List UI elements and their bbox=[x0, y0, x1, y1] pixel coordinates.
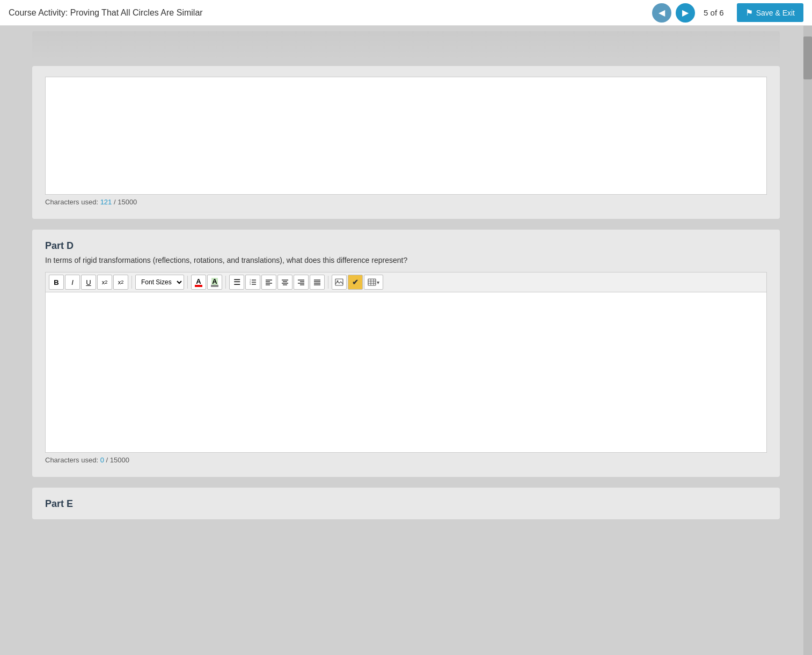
part-d-editor[interactable] bbox=[45, 292, 767, 453]
align-justify-button[interactable] bbox=[310, 275, 325, 290]
separator-2 bbox=[187, 276, 188, 289]
font-color-button[interactable]: A bbox=[191, 275, 206, 290]
previous-section-fade bbox=[32, 31, 780, 61]
prev-button[interactable]: ◀ bbox=[652, 3, 671, 23]
scrollbar[interactable] bbox=[803, 26, 812, 655]
superscript-button[interactable]: x2 bbox=[97, 275, 112, 290]
checkmark-button[interactable]: ✔ bbox=[348, 275, 363, 290]
chars-used-d-count: 0 bbox=[100, 456, 104, 464]
part-d-title: Part D bbox=[45, 240, 767, 252]
font-color-indicator bbox=[195, 285, 202, 287]
font-size-select[interactable]: Font Sizes 8pt 10pt 12pt 14pt 18pt 24pt bbox=[135, 275, 184, 290]
page-total: 6 bbox=[719, 8, 723, 17]
bold-button[interactable]: B bbox=[49, 275, 64, 290]
chars-used-top-count: 121 bbox=[100, 198, 112, 206]
align-left-button[interactable] bbox=[261, 275, 276, 290]
align-right-button[interactable] bbox=[294, 275, 309, 290]
separator-1 bbox=[131, 276, 132, 289]
font-color-label: A bbox=[196, 278, 201, 285]
bg-color-label: A bbox=[211, 278, 217, 285]
svg-rect-24 bbox=[368, 279, 376, 285]
italic-button[interactable]: I bbox=[65, 275, 80, 290]
scrollbar-thumb[interactable] bbox=[803, 36, 812, 79]
insert-image-button[interactable] bbox=[332, 275, 347, 290]
chars-used-d: Characters used: 0 / 15000 bbox=[45, 456, 767, 464]
bg-color-indicator bbox=[211, 285, 218, 287]
previous-part-card: Characters used: 121 / 15000 bbox=[32, 66, 780, 219]
bullet-list-button[interactable]: ☰ bbox=[229, 275, 244, 290]
part-d-question: In terms of rigid transformations (refle… bbox=[45, 256, 767, 264]
header: Course Activity: Proving That All Circle… bbox=[0, 0, 812, 26]
navigation: ◀ ▶ 5 of 6 ⚑ Save & Exit bbox=[652, 3, 803, 23]
part-e-title: Part E bbox=[45, 498, 767, 510]
insert-table-button[interactable]: ▾ bbox=[364, 275, 383, 290]
numbered-list-button[interactable]: 123 bbox=[245, 275, 260, 290]
flag-icon: ⚑ bbox=[745, 8, 753, 18]
bg-color-button[interactable]: A bbox=[207, 275, 222, 290]
previous-part-textarea[interactable] bbox=[45, 77, 767, 195]
chars-used-top-max: 15000 bbox=[118, 198, 137, 206]
svg-text:3: 3 bbox=[250, 283, 251, 285]
separator-4 bbox=[328, 276, 328, 289]
svg-rect-22 bbox=[335, 279, 343, 285]
page-title: Course Activity: Proving That All Circle… bbox=[9, 8, 652, 18]
chars-used-d-max: 15000 bbox=[110, 456, 129, 464]
part-e-card: Part E bbox=[32, 488, 780, 519]
underline-button[interactable]: U bbox=[81, 275, 96, 290]
align-center-button[interactable] bbox=[277, 275, 292, 290]
chars-used-d-label: Characters used: bbox=[45, 456, 98, 464]
chars-used-top: Characters used: 121 / 15000 bbox=[45, 198, 767, 206]
editor-toolbar: B I U x2 x2 Font Sizes 8pt 10pt 12pt 14p… bbox=[45, 272, 767, 292]
page-of: of bbox=[711, 8, 718, 17]
chars-used-top-sep: / bbox=[114, 198, 116, 206]
save-exit-button[interactable]: ⚑ Save & Exit bbox=[737, 3, 803, 22]
page-info: 5 of 6 bbox=[704, 8, 724, 17]
next-button[interactable]: ▶ bbox=[676, 3, 695, 23]
separator-3 bbox=[225, 276, 226, 289]
table-dropdown-arrow: ▾ bbox=[377, 279, 379, 285]
part-d-card: Part D In terms of rigid transformations… bbox=[32, 230, 780, 477]
chars-used-top-label: Characters used: bbox=[45, 198, 98, 206]
page-current: 5 bbox=[704, 8, 708, 17]
main-content: Characters used: 121 / 15000 Part D In t… bbox=[0, 26, 812, 655]
subscript-button[interactable]: x2 bbox=[113, 275, 128, 290]
chars-used-d-sep: / bbox=[106, 456, 108, 464]
save-exit-label: Save & Exit bbox=[756, 9, 795, 17]
